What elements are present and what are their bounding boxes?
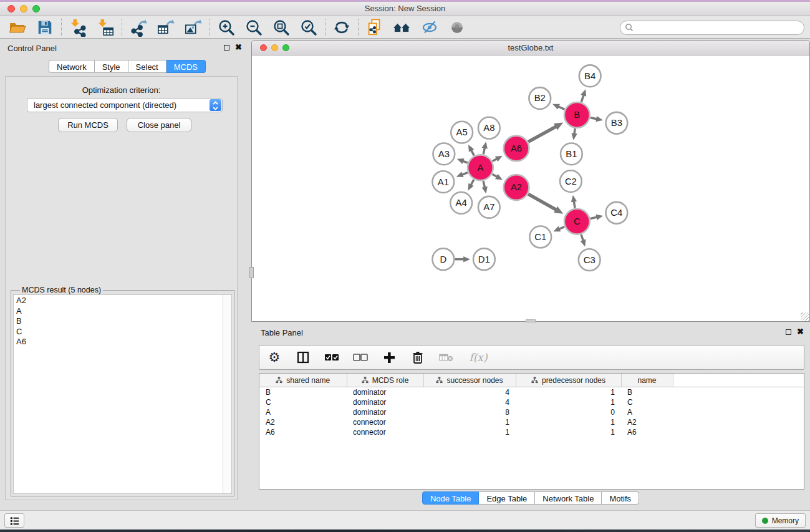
delete-table-button[interactable] — [439, 349, 454, 365]
close-panel-button[interactable]: Close panel — [127, 118, 191, 132]
task-history-button[interactable] — [4, 513, 24, 528]
table-cell[interactable]: 1 — [516, 387, 621, 398]
tab-edge-table[interactable]: Edge Table — [479, 491, 535, 505]
table-cell[interactable]: 1 — [516, 417, 621, 427]
network-graph[interactable]: B4B2BB3A8A5A6A3B1AA1C2A2A4A7C4CC1C3DD1 — [253, 56, 809, 321]
graph-edge-A-A1[interactable] — [456, 172, 468, 177]
minimize-network-window-button[interactable] — [271, 44, 278, 51]
close-panel-icon[interactable]: ✖ — [235, 42, 242, 52]
memory-button[interactable]: Memory — [755, 513, 806, 528]
graph-node-C1[interactable]: C1 — [529, 226, 551, 248]
criterion-dropdown[interactable]: largest connected component (directed) — [27, 98, 223, 112]
table-cell[interactable]: A — [259, 407, 347, 417]
float-table-panel-icon[interactable] — [786, 329, 791, 335]
save-session-button[interactable] — [31, 17, 59, 38]
graph-edge-B-B1[interactable] — [571, 128, 577, 140]
graph-edge-A-A6[interactable] — [493, 156, 503, 162]
graph-node-B3[interactable]: B3 — [606, 112, 628, 134]
graph-node-C4[interactable]: C4 — [606, 202, 628, 224]
table-cell[interactable]: 1 — [423, 427, 516, 437]
table-cell[interactable]: 1 — [516, 397, 621, 407]
select-all-columns-button[interactable] — [324, 349, 339, 365]
splitter-grip-bottom[interactable] — [526, 319, 536, 322]
import-network-button[interactable] — [64, 17, 92, 38]
table-cell[interactable]: 4 — [423, 387, 516, 398]
list-item[interactable]: A6 — [14, 337, 231, 347]
window-resize-grip[interactable] — [801, 312, 809, 321]
list-item[interactable]: A — [14, 306, 231, 317]
tab-mcds[interactable]: MCDS — [166, 60, 206, 73]
graph-edge-A-A7[interactable] — [482, 181, 488, 193]
close-network-window-button[interactable] — [260, 44, 267, 51]
graph-node-A2[interactable]: A2 — [504, 175, 529, 200]
search-field[interactable] — [620, 21, 804, 35]
table-cell[interactable]: A2 — [621, 417, 673, 427]
table-cell[interactable]: A — [621, 407, 673, 417]
table-cell[interactable]: C — [259, 397, 347, 407]
tab-network[interactable]: Network — [49, 60, 95, 73]
table-cell[interactable]: dominator — [347, 387, 423, 398]
graph-edge-B-B4[interactable] — [581, 89, 586, 102]
table-cell[interactable]: B — [621, 387, 673, 398]
export-table-button[interactable] — [152, 17, 180, 38]
graph-edge-C-C1[interactable] — [553, 226, 564, 232]
graph-node-A4[interactable]: A4 — [450, 192, 472, 214]
mcds-result-list[interactable]: A2ABCA6 — [13, 294, 232, 494]
minimize-window-button[interactable] — [20, 5, 27, 12]
graph-node-B4[interactable]: B4 — [579, 65, 601, 87]
tab-style[interactable]: Style — [95, 60, 128, 73]
table-settings-button[interactable]: ⚙ — [267, 349, 282, 365]
table-cell[interactable]: 0 — [516, 407, 621, 417]
table-cell[interactable]: A2 — [259, 417, 347, 427]
graph-edge-C-C3[interactable] — [580, 235, 586, 247]
graph-node-B1[interactable]: B1 — [561, 143, 582, 165]
run-mcds-button[interactable]: Run MCDS — [58, 118, 118, 132]
graph-node-A[interactable]: A — [468, 155, 493, 180]
export-network-button[interactable] — [125, 17, 152, 38]
table-cell[interactable]: dominator — [347, 397, 423, 407]
table-row[interactable]: A6 connector 1 1 A6 — [259, 427, 804, 437]
graph-node-C3[interactable]: C3 — [579, 249, 600, 271]
zoom-in-button[interactable] — [213, 17, 240, 38]
close-window-button[interactable] — [7, 5, 15, 12]
float-panel-icon[interactable] — [224, 45, 229, 51]
graph-node-A3[interactable]: A3 — [433, 143, 455, 165]
graph-edge-A2-C[interactable] — [528, 194, 563, 214]
column-header-name[interactable]: name — [621, 374, 673, 387]
tab-network-table[interactable]: Network Table — [535, 491, 602, 505]
graph-edge-C-C4[interactable] — [591, 215, 603, 220]
scrollbar-track[interactable] — [223, 295, 231, 493]
graph-node-C[interactable]: C — [564, 209, 590, 235]
table-cell[interactable]: 1 — [423, 417, 516, 427]
graph-node-C2[interactable]: C2 — [560, 170, 582, 192]
table-cell[interactable]: 4 — [423, 397, 516, 407]
table-cell[interactable]: A6 — [621, 427, 673, 437]
graph-node-A1[interactable]: A1 — [432, 171, 454, 193]
close-table-panel-icon[interactable]: ✖ — [797, 327, 804, 337]
column-header-successor-nodes[interactable]: successor nodes — [423, 374, 516, 387]
show-columns-button[interactable] — [296, 349, 311, 365]
delete-column-button[interactable] — [410, 349, 425, 365]
splitter-grip-left[interactable] — [249, 267, 254, 278]
hide-selected-button[interactable] — [416, 17, 443, 38]
tab-select[interactable]: Select — [128, 60, 166, 73]
network-canvas[interactable]: B4B2BB3A8A5A6A3B1AA1C2A2A4A7C4CC1C3DD1 — [253, 56, 809, 321]
zoom-fit-button[interactable] — [268, 17, 295, 38]
zoom-network-window-button[interactable] — [282, 44, 289, 51]
table-cell[interactable]: C — [621, 397, 673, 407]
list-item[interactable]: B — [14, 316, 231, 327]
graph-edge-B-B3[interactable] — [591, 116, 603, 122]
zoom-window-button[interactable] — [32, 5, 40, 12]
graph-node-A7[interactable]: A7 — [478, 196, 500, 218]
graph-edge-A-A4[interactable] — [468, 180, 474, 191]
create-column-button[interactable] — [382, 349, 397, 365]
table-cell[interactable]: B — [259, 387, 347, 398]
table-row[interactable]: C dominator 4 1 C — [259, 397, 804, 407]
graph-node-A6[interactable]: A6 — [504, 136, 529, 162]
table-row[interactable]: B dominator 4 1 B — [259, 387, 804, 398]
graph-node-A5[interactable]: A5 — [451, 122, 473, 143]
graph-edge-A-A5[interactable] — [468, 145, 474, 155]
table-row[interactable]: A dominator 8 0 A — [259, 407, 804, 417]
network-from-selection-button[interactable] — [361, 17, 388, 38]
tab-node-table[interactable]: Node Table — [422, 491, 480, 505]
